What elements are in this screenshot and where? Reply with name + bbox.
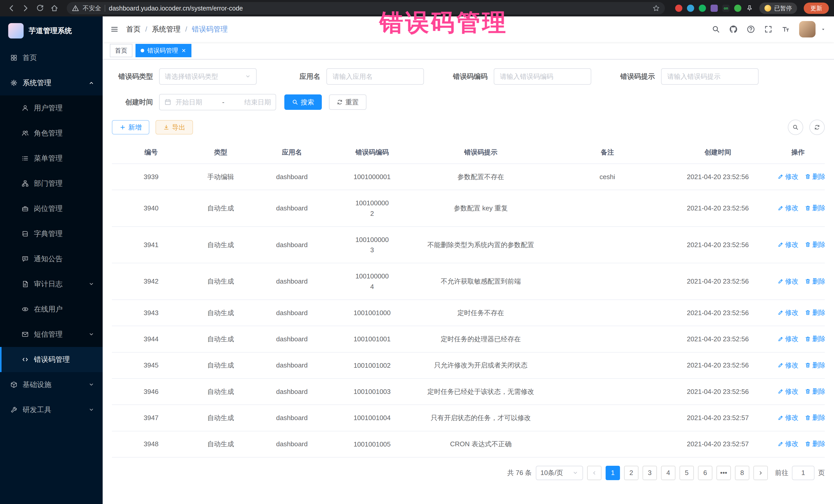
- reset-button[interactable]: 重置: [329, 94, 367, 110]
- error-code-input[interactable]: [494, 68, 591, 85]
- sidebar-item-dev-tools[interactable]: 研发工具: [0, 397, 103, 422]
- app-name-input[interactable]: [326, 68, 424, 85]
- edit-link[interactable]: 修改: [777, 361, 798, 370]
- update-button[interactable]: 更新: [804, 3, 829, 14]
- sidebar-item-audit-log[interactable]: 审计日志: [0, 271, 103, 297]
- page-size-select[interactable]: 10条/页: [536, 466, 583, 480]
- extension-icon[interactable]: [734, 5, 741, 12]
- delete-link[interactable]: 删除: [805, 439, 825, 448]
- breadcrumb-home[interactable]: 首页: [126, 24, 140, 34]
- table-row: 3945自动生成 dashboard1001001002 只允许修改为开启或者关…: [112, 352, 825, 378]
- bookmark-star-icon[interactable]: [653, 5, 660, 12]
- edit-link[interactable]: 修改: [777, 413, 798, 422]
- edit-link[interactable]: 修改: [777, 387, 798, 396]
- page-button-2[interactable]: 2: [624, 466, 638, 480]
- error-msg-input[interactable]: [661, 68, 759, 85]
- extension-icon[interactable]: [687, 5, 694, 12]
- pinned-extension-icon[interactable]: [746, 5, 753, 12]
- sidebar-item-user-management[interactable]: 用户管理: [0, 95, 103, 120]
- forward-icon[interactable]: [20, 2, 32, 14]
- delete-link[interactable]: 删除: [805, 308, 825, 317]
- edit-link[interactable]: 修改: [777, 439, 798, 448]
- sidebar-item-error-code-management[interactable]: 错误码管理: [0, 347, 103, 372]
- refresh-table-button[interactable]: [809, 119, 825, 135]
- delete-link[interactable]: 删除: [805, 387, 825, 396]
- table-row: 3943自动生成 dashboard1001001000 定时任务不存在 202…: [112, 300, 825, 326]
- edit-link[interactable]: 修改: [777, 172, 798, 181]
- edit-link[interactable]: 修改: [777, 277, 798, 286]
- page-button-8[interactable]: 8: [735, 466, 749, 480]
- logo[interactable]: 芋道管理系统: [0, 17, 103, 45]
- next-page-button[interactable]: [753, 466, 768, 480]
- sidebar-item-dict-management[interactable]: 字典管理: [0, 221, 103, 246]
- avatar[interactable]: [799, 21, 815, 38]
- extension-icon[interactable]: on: [722, 5, 729, 12]
- delete-link[interactable]: 删除: [805, 361, 825, 370]
- error-type-label: 错误码类型: [112, 72, 153, 81]
- sidebar-item-menu-management[interactable]: 菜单管理: [0, 146, 103, 171]
- delete-link[interactable]: 删除: [805, 172, 825, 181]
- page-button-5[interactable]: 5: [680, 466, 694, 480]
- extension-icon[interactable]: [710, 5, 718, 12]
- edit-link[interactable]: 修改: [777, 334, 798, 343]
- table-row: 3946自动生成 dashboard1001001003 定时任务已经处于该状态…: [112, 378, 825, 405]
- fullscreen-icon[interactable]: [764, 25, 772, 34]
- tab-home[interactable]: 首页: [110, 44, 132, 57]
- delete-link[interactable]: 删除: [805, 203, 825, 213]
- address-bar[interactable]: 不安全 dashboard.yudao.iocoder.cn/system/er…: [67, 2, 665, 14]
- avatar-caret-icon[interactable]: [821, 27, 826, 32]
- breadcrumb-current: 错误码管理: [192, 24, 228, 34]
- browser-home-icon[interactable]: [48, 2, 61, 14]
- font-size-icon[interactable]: [782, 25, 790, 34]
- close-icon[interactable]: [181, 48, 186, 53]
- page-button-1[interactable]: 1: [606, 466, 620, 480]
- goto-page-input[interactable]: [792, 466, 814, 480]
- edit-link[interactable]: 修改: [777, 203, 798, 213]
- mail-icon: [22, 331, 29, 338]
- edit-link[interactable]: 修改: [777, 308, 798, 317]
- prev-page-button[interactable]: [587, 466, 601, 480]
- toggle-search-button[interactable]: [788, 119, 803, 135]
- page-content: 错误码类型 请选择错误码类型 应用名 错误码编码: [103, 60, 834, 504]
- hamburger-icon[interactable]: [103, 25, 126, 34]
- add-button[interactable]: 新增: [112, 120, 149, 134]
- page-button-4[interactable]: 4: [661, 466, 675, 480]
- sidebar-item-post-management[interactable]: 岗位管理: [0, 196, 103, 221]
- error-type-select[interactable]: 请选择错误码类型: [159, 68, 257, 85]
- delete-link[interactable]: 删除: [805, 334, 825, 343]
- logo-image: [8, 23, 24, 39]
- annotation-title: 错误码管理: [379, 7, 508, 39]
- delete-link[interactable]: 删除: [805, 413, 825, 422]
- delete-link[interactable]: 删除: [805, 277, 825, 286]
- delete-link[interactable]: 删除: [805, 240, 825, 249]
- export-button[interactable]: 导出: [155, 120, 193, 134]
- sidebar-item-sms-management[interactable]: 短信管理: [0, 322, 103, 347]
- page-button-6[interactable]: 6: [698, 466, 712, 480]
- extension-icon[interactable]: [675, 5, 682, 12]
- help-icon[interactable]: [747, 25, 755, 34]
- page-button-3[interactable]: 3: [642, 466, 657, 480]
- breadcrumb-system[interactable]: 系统管理: [152, 24, 181, 34]
- navbar-actions: [712, 21, 834, 38]
- github-icon[interactable]: [729, 25, 738, 34]
- sidebar-item-online-users[interactable]: 在线用户: [0, 297, 103, 322]
- more-pages-button[interactable]: •••: [717, 466, 731, 480]
- sidebar-item-role-management[interactable]: 角色管理: [0, 120, 103, 146]
- sidebar-item-infrastructure[interactable]: 基础设施: [0, 372, 103, 397]
- date-range-picker[interactable]: 开始日期 - 结束日期: [159, 94, 276, 110]
- paused-badge[interactable]: 已暂停: [759, 3, 797, 14]
- trash-icon: [805, 174, 811, 180]
- sidebar-item-system-management[interactable]: 系统管理: [0, 70, 103, 95]
- document-icon: [22, 281, 29, 288]
- reload-icon[interactable]: [34, 2, 46, 14]
- back-icon[interactable]: [5, 2, 18, 14]
- tab-error-code-management[interactable]: 错误码管理: [135, 44, 192, 57]
- search-icon[interactable]: [712, 25, 720, 34]
- sidebar-item-home[interactable]: 首页: [0, 45, 103, 70]
- search-button[interactable]: 搜索: [284, 94, 322, 110]
- edit-link[interactable]: 修改: [777, 240, 798, 249]
- edit-icon: [777, 278, 784, 284]
- sidebar-item-dept-management[interactable]: 部门管理: [0, 171, 103, 196]
- extension-icon[interactable]: [699, 5, 706, 12]
- sidebar-item-notice[interactable]: 通知公告: [0, 246, 103, 271]
